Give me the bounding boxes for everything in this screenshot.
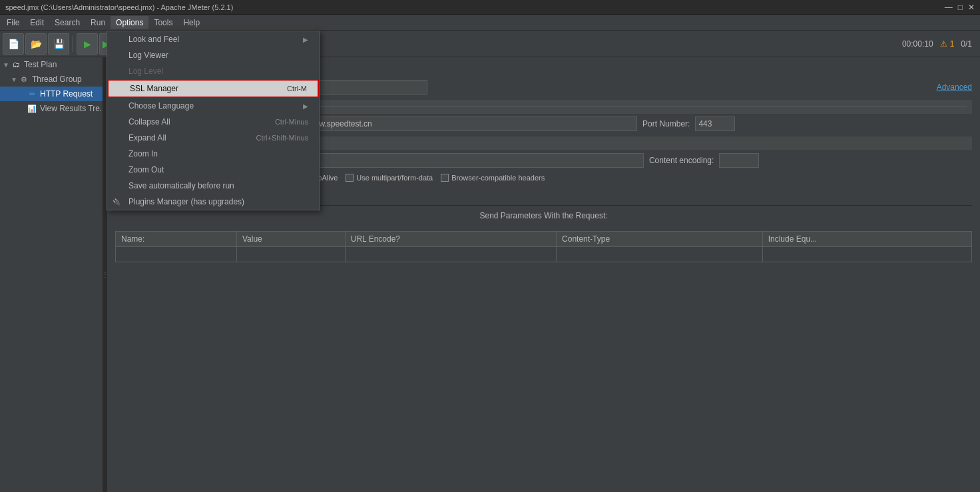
title-bar-controls: — □ ✕	[945, 3, 975, 12]
menu-expand-all[interactable]: Expand All Ctrl+Shift-Minus	[107, 130, 319, 146]
menu-log-viewer[interactable]: Log Viewer	[107, 47, 319, 63]
col-value: Value	[236, 232, 345, 247]
collapse-label: Collapse All	[128, 117, 170, 126]
plugins-label: Plugins Manager (has upgrades)	[128, 197, 244, 206]
log-level-label: Log Level	[128, 67, 163, 76]
menu-plugins-manager[interactable]: 🔌 Plugins Manager (has upgrades)	[107, 194, 319, 210]
progress-indicator: 0/1	[961, 39, 972, 49]
threadgroup-icon: ⚙	[19, 74, 29, 85]
lang-label: Choose Language	[128, 101, 194, 111]
empty-cell-5	[762, 247, 971, 262]
results-icon: 📊	[27, 103, 37, 114]
threadgroup-label: Thread Group	[32, 75, 82, 84]
empty-cell	[116, 247, 237, 262]
col-name: Name:	[116, 232, 237, 247]
col-encode: URL Encode?	[345, 232, 556, 247]
cb-browser-compat[interactable]: Browser-compatible headers	[441, 174, 545, 182]
tree-item-results[interactable]: 📊 View Results Tre...	[0, 101, 103, 116]
save-auto-label: Save automatically before run	[128, 181, 234, 190]
expand-shortcut: Ctrl+Shift-Minus	[256, 134, 308, 142]
menu-zoom-in[interactable]: Zoom In	[107, 146, 319, 162]
http-icon: ✏	[27, 89, 37, 99]
save-button[interactable]: 💾	[48, 33, 69, 55]
zoomout-label: Zoom Out	[128, 165, 164, 174]
ssl-label: SSL Manager	[130, 84, 178, 93]
ssl-shortcut: Ctrl-M	[287, 85, 307, 93]
start-button[interactable]: ▶	[77, 33, 98, 55]
expand-icon-testplan: ▼	[3, 61, 11, 69]
cb-browser-box[interactable]	[441, 174, 449, 182]
close-btn[interactable]: ✕	[968, 3, 975, 12]
toolbar-sep-1	[73, 36, 73, 52]
port-input[interactable]	[695, 117, 735, 131]
encoding-input[interactable]	[719, 153, 759, 168]
minimize-btn[interactable]: —	[945, 3, 953, 12]
left-panel: ▼ 🗂 Test Plan ▼ ⚙ Thread Group ✏ HTTP Re…	[0, 57, 103, 492]
maximize-btn[interactable]: □	[958, 3, 963, 12]
menu-choose-language[interactable]: Choose Language ▶	[107, 98, 319, 114]
zoomin-label: Zoom In	[128, 149, 158, 158]
elapsed-time: 00:00:10	[902, 39, 933, 49]
cb-multipart-box[interactable]	[346, 174, 354, 182]
http-label: HTTP Request	[40, 89, 93, 99]
server-input[interactable]	[304, 117, 637, 131]
menu-help[interactable]: Help	[178, 16, 205, 29]
encoding-label: Content encoding:	[649, 156, 714, 165]
log-viewer-label: Log Viewer	[128, 51, 168, 60]
table-row-empty	[116, 247, 972, 262]
menu-collapse-all[interactable]: Collapse All Ctrl-Minus	[107, 114, 319, 130]
tree-item-http[interactable]: ✏ HTTP Request	[0, 87, 103, 101]
warning-count: 1	[950, 39, 955, 49]
params-table: Name: Value URL Encode? Content-Type Inc…	[115, 231, 972, 262]
plugins-check: 🔌	[113, 198, 123, 206]
empty-cell-2	[236, 247, 345, 262]
menu-zoom-out[interactable]: Zoom Out	[107, 162, 319, 178]
cb-multipart[interactable]: Use multipart/form-data	[346, 174, 433, 182]
warning-icon: ⚠	[940, 39, 947, 49]
cb-multipart-label: Use multipart/form-data	[356, 174, 433, 182]
look-feel-arrow: ▶	[303, 36, 308, 43]
lang-arrow: ▶	[303, 103, 308, 110]
empty-cell-3	[345, 247, 556, 262]
open-button[interactable]: 📂	[25, 33, 47, 55]
look-feel-label: Look and Feel	[128, 35, 179, 44]
menu-ssl-manager[interactable]: SSL Manager Ctrl-M	[107, 79, 319, 98]
menu-log-level[interactable]: Log Level	[107, 63, 319, 79]
menu-options[interactable]: Options	[111, 16, 148, 29]
advanced-link[interactable]: Advanced	[937, 83, 972, 92]
menu-look-and-feel[interactable]: Look and Feel ▶	[107, 31, 319, 47]
testplan-icon: 🗂	[11, 59, 21, 70]
col-content-type: Content-Type	[557, 232, 763, 247]
tree-item-testplan[interactable]: ▼ 🗂 Test Plan	[0, 57, 103, 72]
results-label: View Results Tre...	[40, 104, 103, 113]
expand-label: Expand All	[128, 133, 166, 142]
cb-browser-label: Browser-compatible headers	[451, 174, 545, 182]
title-text: speed.jmx (C:\Users\Administrator\speed.…	[5, 3, 233, 11]
warning-indicator: ⚠ 1	[940, 39, 955, 49]
col-include-eq: Include Equ...	[762, 232, 971, 247]
expand-icon-threadgroup: ▼	[11, 76, 19, 83]
collapse-shortcut: Ctrl-Minus	[275, 118, 308, 126]
options-menu: Look and Feel ▶ Log Viewer Log Level SSL…	[107, 31, 320, 210]
testplan-label: Test Plan	[24, 60, 57, 69]
tree-item-threadgroup[interactable]: ▼ ⚙ Thread Group	[0, 72, 103, 87]
menu-tools[interactable]: Tools	[148, 16, 178, 29]
menu-save-auto[interactable]: Save automatically before run	[107, 178, 319, 194]
menu-run[interactable]: Run	[85, 16, 111, 29]
menu-file[interactable]: File	[1, 16, 25, 29]
empty-cell-4	[557, 247, 763, 262]
menu-search[interactable]: Search	[49, 16, 85, 29]
menu-edit[interactable]: Edit	[25, 16, 49, 29]
menu-bar: File Edit Search Run Options Tools Help	[0, 15, 980, 31]
new-button[interactable]: 📄	[3, 33, 24, 55]
port-label: Port Number:	[642, 119, 690, 128]
title-bar: speed.jmx (C:\Users\Administrator\speed.…	[0, 0, 980, 15]
